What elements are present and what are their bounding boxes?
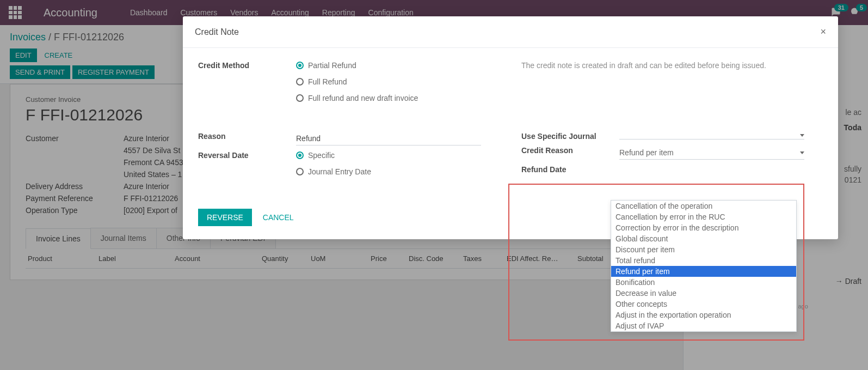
dropdown-item[interactable]: Discount per item (611, 244, 796, 255)
caret-down-icon (800, 151, 804, 154)
cancel-button[interactable]: CANCEL (254, 209, 303, 226)
dropdown-item[interactable]: Other concepts (611, 299, 796, 310)
radio-icon (296, 168, 304, 175)
dropdown-item[interactable]: Cancellation of the operation (611, 201, 796, 211)
reason-label: Reason (198, 132, 296, 141)
dropdown-item[interactable]: Adjust in the exportation operation (611, 310, 796, 320)
dropdown-item[interactable]: Refund per item (611, 266, 796, 277)
reversal-date-label: Reversal Date (198, 151, 296, 160)
dropdown-item[interactable]: Correction by error in the description (611, 222, 796, 233)
reason-input[interactable] (296, 132, 481, 145)
modal-title: Credit Note (195, 27, 239, 37)
dropdown-item[interactable]: Bonification (611, 277, 796, 288)
help-text: The credit note is created in draft and … (521, 61, 823, 70)
radio-journal-date[interactable]: Journal Entry Date (296, 167, 371, 176)
refund-date-label: Refund Date (521, 165, 619, 174)
credit-reason-dropdown: Cancellation of the operationCancellatio… (611, 200, 797, 332)
radio-partial-refund[interactable]: Partial Refund (296, 61, 418, 70)
radio-icon (296, 62, 304, 69)
credit-method-label: Credit Method (198, 61, 296, 70)
dropdown-item[interactable]: Adjust of IVAP (611, 320, 796, 331)
credit-reason-select[interactable]: Refund per item (619, 146, 804, 160)
credit-reason-label: Credit Reason (521, 146, 619, 155)
dropdown-item[interactable]: Total refund (611, 255, 796, 266)
dropdown-item[interactable]: Cancellation by error in the RUC (611, 211, 796, 222)
dropdown-item[interactable]: Decrease in value (611, 288, 796, 299)
radio-full-refund[interactable]: Full Refund (296, 77, 418, 86)
radio-icon (296, 151, 304, 159)
close-icon[interactable]: × (820, 26, 826, 38)
radio-full-draft[interactable]: Full refund and new draft invoice (296, 94, 418, 102)
caret-down-icon (800, 134, 804, 137)
radio-icon (296, 94, 304, 102)
radio-icon (296, 78, 304, 86)
dropdown-item[interactable]: Global discount (611, 233, 796, 244)
radio-specific[interactable]: Specific (296, 151, 371, 160)
use-journal-label: Use Specific Journal (521, 132, 619, 141)
reverse-button[interactable]: REVERSE (198, 209, 252, 226)
use-journal-select[interactable] (619, 132, 804, 139)
